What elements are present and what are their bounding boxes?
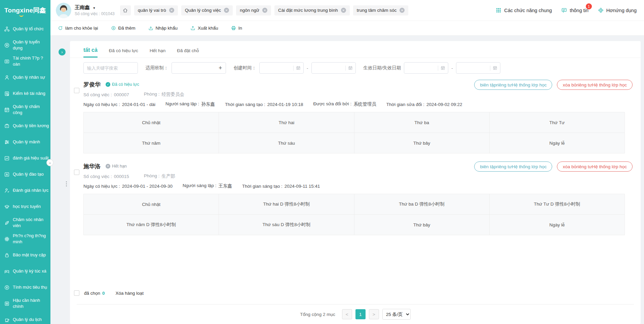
sidebar-item-finance[interactable]: Tài chính T?p ?oàn <box>0 53 50 69</box>
tab-4[interactable]: Đã đặt chỗ <box>177 48 199 58</box>
sidebar-item-person[interactable]: Quản lý nhân sự <box>0 69 50 85</box>
tab-3[interactable]: Hết hạn <box>150 48 165 58</box>
sidebar-item-assess[interactable]: Đánh giá nhân lực <box>0 182 50 199</box>
bed-icon <box>4 268 10 274</box>
sidebar-item-calendar[interactable]: Quản lý chấm công <box>0 102 50 118</box>
sidebar-item-sliders[interactable]: Quản lý mảnh <box>0 134 50 150</box>
user-block[interactable]: 王南鑫 ▼ Số công việc : 001043 <box>75 4 115 16</box>
common-functions-button[interactable]: Các chức năng chung <box>496 7 552 13</box>
chat-icon <box>561 7 567 13</box>
selected-label: đã chọn <box>84 291 100 296</box>
export-toolbar-button[interactable]: Xuất khẩu <box>190 26 218 31</box>
more-apps-button[interactable]: Hơnứng dụng <box>598 7 637 13</box>
close-icon[interactable]: ✕ <box>262 8 267 13</box>
filter-chip[interactable]: Cài đặt mức lương trung bình ✕ <box>274 5 350 15</box>
person-icon <box>4 75 10 80</box>
meta-item: Người sáng lập :王东鑫 <box>183 183 232 189</box>
effective-end-date-input[interactable] <box>456 62 500 74</box>
notification-badge: 1 <box>586 3 592 9</box>
meta-item: Ngày có hiệu lực :2024-09-01 - 2024-09-3… <box>83 184 173 189</box>
close-icon[interactable]: ✕ <box>169 8 174 13</box>
sidebar-menu: Quản lý tổ chức Quản lý tuyển dụng Tài c… <box>0 21 50 324</box>
shift-select-input[interactable]: + <box>172 62 226 74</box>
header-actions: Các chức năng chung thông tin 1 Hơnứng d… <box>496 7 637 13</box>
record-meta: Ngày có hiệu lực :2024-01-01 - dàiNgười … <box>83 99 641 109</box>
close-icon[interactable]: ✕ <box>224 8 229 13</box>
sidebar-item-leaf[interactable]: Chăm sóc nhân viên <box>0 215 50 231</box>
home-button[interactable] <box>120 5 131 15</box>
filter-chip[interactable]: Quản lý công việc ✕ <box>181 5 233 15</box>
prev-page-button[interactable]: < <box>342 309 352 319</box>
messages-button[interactable]: thông tin 1 <box>561 7 589 13</box>
filter-chip[interactable]: trung tâm chăm sóc ✕ <box>353 5 409 15</box>
sidebar-item-chip[interactable]: Ph?n c?ng th?ng minh <box>0 231 50 247</box>
status-icon: ✓ <box>106 82 110 87</box>
import-toolbar-button[interactable]: Nhập khẩu <box>148 26 178 31</box>
meta-item: Thời gian sửa đổi :2024-09-02 09:22 <box>386 102 462 107</box>
edit-button[interactable]: biên tậpriêng tưHệ thống lớp học <box>474 161 552 172</box>
date-range-separator: - <box>451 66 453 71</box>
refresh-toolbar-button[interactable]: làm cho khỏe lại <box>58 26 98 31</box>
app-logo-text: Tongxine同鑫 <box>4 6 46 15</box>
sidebar-item-training[interactable]: Quản lý đào tạo <box>0 166 50 182</box>
current-page-button[interactable]: 1 <box>355 309 366 319</box>
tab-2[interactable]: Đã có hiệu lực <box>109 48 138 58</box>
leaf-icon <box>4 220 10 226</box>
close-icon[interactable]: ✕ <box>341 8 346 13</box>
print-toolbar-button[interactable]: In <box>231 26 242 31</box>
created-start-date-input[interactable] <box>259 62 304 74</box>
assess-icon <box>4 188 10 193</box>
record-checkbox[interactable] <box>74 170 79 175</box>
app-logo[interactable]: Tongxine同鑫 <box>0 0 50 21</box>
sidebar-item-lock[interactable]: Bảo mật truy cập <box>0 247 50 263</box>
schedule-cell: Thứ sáu <box>219 133 354 153</box>
collapse-sidebar-button[interactable]: « <box>46 159 53 166</box>
sidebar-item-talent[interactable]: Kiểm kê tài năng <box>0 85 50 102</box>
sidebar-item-salary[interactable]: Quản lý tiền lương <box>0 118 50 134</box>
avatar[interactable] <box>56 3 71 18</box>
status-label: Đã có hiệu lực <box>112 82 139 87</box>
page-size-select[interactable]: 25 条/页 <box>382 309 411 320</box>
schedule-cell: Thứ hai <box>219 112 354 133</box>
sidebar-item-org[interactable]: Quản lý tổ chức <box>0 21 50 37</box>
next-page-button[interactable]: > <box>369 309 379 319</box>
drag-handle[interactable] <box>66 180 67 187</box>
expand-panel-button[interactable]: › <box>59 48 66 56</box>
tab-1[interactable]: tất cả <box>83 47 98 58</box>
filter-chip[interactable]: ngôn ngữ ✕ <box>236 5 271 15</box>
delete-button[interactable]: xóa bỏriêng tưHệ thống lớp học <box>557 161 633 172</box>
sidebar-item-bed[interactable]: Quản lý ký túc xá <box>0 263 50 279</box>
meta-item: Được sửa đổi bởi :系统管理员 <box>313 101 376 107</box>
sidebar-item-cap[interactable]: học trực tuyến <box>0 199 50 215</box>
select-all-checkbox[interactable] <box>74 290 79 296</box>
sidebar-item-chart[interactable]: đánh giá hiệu suất <box>0 150 50 166</box>
export-icon <box>190 26 195 31</box>
plus-icon[interactable]: + <box>219 65 222 71</box>
record-status: ✓ Đã có hiệu lực <box>106 82 139 87</box>
record-checkbox[interactable] <box>74 88 79 93</box>
batch-delete-button[interactable]: Xóa hàng loạt <box>116 291 144 296</box>
effective-start-date-input[interactable] <box>404 62 448 74</box>
schedule-cell: Ngày lễ <box>489 215 624 235</box>
search-input[interactable] <box>83 62 138 74</box>
schedule-cell: Thứ Tư <box>489 112 624 133</box>
sidebar-item-recruit[interactable]: Quản lý tuyển dụng <box>0 37 50 53</box>
date-range-separator: - <box>307 66 308 71</box>
cap-icon <box>4 204 10 210</box>
sidebar-item-coin[interactable]: Tính mức tiêu thụ <box>0 279 50 295</box>
add-toolbar-button[interactable]: Đã thêm <box>111 26 136 31</box>
effective-date-label: 生效日期/失效日期 <box>364 65 401 71</box>
sidebar-item-doc[interactable]: Hậu cần hành chính <box>0 295 50 312</box>
status-tabs: tất cảĐã có hiệu lựcHết hạnĐã đặt chỗ <box>70 41 641 58</box>
record-fields: Số công việc :000015 Phòng :生产部 <box>83 172 641 181</box>
schedule-cell: Thứ năm D 弹性8小时制 <box>84 215 219 235</box>
edit-button[interactable]: biên tậpriêng tưHệ thống lớp học <box>474 80 552 90</box>
filter-chip[interactable]: quản lý vai trò ✕ <box>134 5 178 15</box>
created-end-date-input[interactable] <box>311 62 356 74</box>
delete-button[interactable]: xóa bỏriêng tưHệ thống lớp học <box>557 80 633 90</box>
close-icon[interactable]: ✕ <box>400 8 405 13</box>
salary-icon <box>4 123 10 129</box>
sidebar-item-cup[interactable]: Quản lý du lịch <box>0 312 50 324</box>
schedule-cell: Chủ nhật <box>84 112 219 133</box>
selected-count: 0 <box>102 291 105 296</box>
